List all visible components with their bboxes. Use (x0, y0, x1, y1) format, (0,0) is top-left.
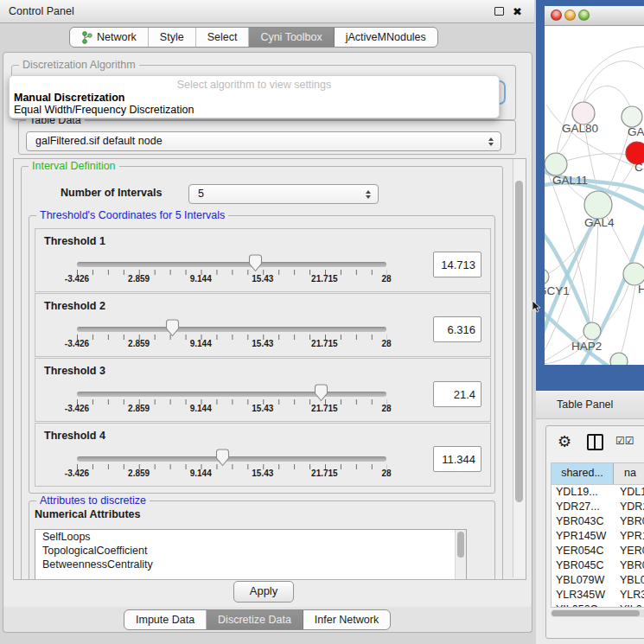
group-title: Discretization Algorithm (19, 59, 139, 71)
tab-cyni-toolbox[interactable]: Cyni Toolbox (249, 28, 334, 47)
node-gcy1-label: GCY1 (545, 284, 570, 297)
node-hap2-label: HAP2 (571, 340, 602, 353)
threshold-value-field[interactable]: 11.344 (433, 446, 481, 472)
stepper-arrows-icon (487, 132, 495, 150)
dropdown-option-manual[interactable]: Manual Discretization (14, 92, 125, 104)
slider-track[interactable] (77, 456, 386, 462)
tab-jactivemnodules[interactable]: jActiveMNodules (335, 28, 437, 47)
slider-thumb[interactable] (313, 384, 329, 402)
vertical-scrollbar[interactable] (513, 159, 526, 577)
slider-track[interactable] (77, 392, 386, 397)
slider-track[interactable] (77, 327, 386, 332)
group-title: Threshold's Coordinates for 5 Intervals (36, 209, 228, 221)
split-columns-icon[interactable] (587, 434, 603, 450)
table-row[interactable]: YBR043CYBR0 (552, 514, 644, 529)
network-window: GAL80GACGAL11GAL4GCY1HHAP2 (545, 6, 644, 365)
node-hap2[interactable] (583, 322, 601, 340)
network-icon (81, 31, 92, 44)
slider-thumb[interactable] (164, 319, 181, 337)
threshold-value-field[interactable]: 14.713 (433, 252, 481, 277)
tab-network[interactable]: Network (70, 28, 149, 47)
combobox-value: galFiltered.sif default node (35, 132, 163, 150)
table-row[interactable]: YPR145WYPR1 (552, 529, 644, 544)
network-canvas[interactable]: GAL80GACGAL11GAL4GCY1HHAP2 (545, 25, 644, 365)
close-icon[interactable]: ✖ (513, 6, 524, 17)
table-row[interactable]: YDR27...YDR2 (552, 500, 644, 514)
threshold-panel-2: Threshold 2-3.4262.8599.14415.4321.71528… (35, 293, 491, 357)
table-row[interactable]: YBL079WYBL0 (552, 573, 644, 588)
network-edge[interactable] (566, 154, 627, 161)
slider-ticks (77, 270, 387, 275)
tick-label: -3.426 (65, 274, 89, 284)
select-columns-checkboxes-icon[interactable]: ☑☑ (615, 435, 634, 447)
tick-label: 28 (381, 404, 391, 413)
attribute-list-item[interactable]: SelfLoops (35, 530, 466, 544)
list-scrollbar[interactable] (455, 530, 466, 580)
mouse-cursor (532, 300, 542, 314)
node-gal11[interactable] (545, 153, 567, 175)
node-gcy1[interactable] (545, 269, 549, 284)
slider-thumb[interactable] (214, 449, 231, 467)
top-tab-strip: NetworkStyleSelectCyni ToolboxjActiveMNo… (69, 27, 438, 48)
tick-label: 21.715 (311, 339, 338, 348)
tab-discretize-data[interactable]: Discretize Data (207, 610, 303, 629)
tick-label: 21.715 (311, 274, 338, 284)
slider-thumb[interactable] (247, 254, 264, 272)
node-ga[interactable] (622, 106, 642, 127)
minimize-traffic-light-icon[interactable] (564, 10, 576, 21)
tab-impute-data[interactable]: Impute Data (124, 610, 207, 629)
threshold-panel-3: Threshold 3-3.4262.8599.14415.4321.71528… (35, 358, 491, 422)
dropdown-option-equal-width[interactable]: Equal Width/Frequency Discretization (14, 104, 194, 116)
float-window-icon[interactable] (494, 6, 505, 17)
tab-label: Impute Data (136, 610, 194, 629)
cell-shared-name: YER054C (552, 544, 613, 558)
table-row[interactable]: YLR345WYLR3 (552, 588, 644, 603)
table-toolbar: ⚙ ☑☑ (546, 426, 644, 457)
thresholds-group: Threshold's Coordinates for 5 Intervals … (29, 215, 495, 494)
cell-shared-name: YPR145W (552, 529, 613, 544)
slider-track[interactable] (77, 262, 386, 267)
tick-label: 21.715 (311, 404, 338, 413)
tab-select[interactable]: Select (196, 28, 250, 47)
network-edge[interactable] (621, 285, 635, 354)
table-row[interactable]: YDL19...YDL1 (552, 485, 644, 500)
cell-shared-name: YLR345W (552, 588, 613, 603)
slider-ticks (77, 335, 387, 340)
attributes-listbox[interactable]: SelfLoopsTopologicalCoefficientBetweenne… (35, 529, 467, 580)
node-gal4[interactable] (584, 191, 612, 219)
attribute-list-item[interactable]: BetweennessCentrality (35, 558, 466, 571)
table-row[interactable]: YER054CYER0 (552, 544, 644, 558)
node-edge[interactable] (610, 353, 628, 365)
threshold-value-field[interactable]: 6.316 (433, 316, 481, 342)
tick-label: -3.426 (65, 404, 89, 413)
horizontal-scrollbar[interactable] (551, 609, 644, 617)
table-row[interactable]: YIL052CYIL0 (552, 603, 644, 608)
apply-button[interactable]: Apply (233, 581, 294, 603)
interval-definition-group: Interval Definition Number of Intervals … (21, 166, 503, 580)
table-row[interactable]: YBR045CYBR0 (552, 558, 644, 573)
table-panel-title: Table Panel (557, 392, 613, 418)
cell-name: YIL0 (613, 603, 644, 608)
num-intervals-combobox[interactable]: 5 (188, 184, 379, 204)
network-edge[interactable] (583, 61, 644, 103)
zoom-traffic-light-icon[interactable] (578, 10, 590, 21)
column-header-name[interactable]: na (614, 463, 644, 484)
tick-label: 9.144 (190, 469, 212, 478)
close-traffic-light-icon[interactable] (551, 10, 562, 21)
tab-label: Network (97, 28, 137, 47)
threshold-value-field[interactable]: 21.4 (433, 381, 481, 407)
tab-label: Select (207, 28, 238, 47)
table-data-combobox[interactable]: galFiltered.sif default node (26, 131, 501, 151)
bottom-tab-strip: Impute DataDiscretize DataInfer Network (124, 609, 391, 630)
attribute-list-item[interactable]: TopologicalCoefficient (35, 544, 466, 558)
tab-style[interactable]: Style (149, 28, 196, 47)
cell-name: YPR1 (613, 529, 644, 544)
tab-infer-network[interactable]: Infer Network (303, 610, 390, 629)
column-header-shared-name[interactable]: shared... (552, 463, 614, 484)
tab-label: Discretize Data (218, 610, 291, 629)
network-edge[interactable] (592, 219, 598, 322)
tick-label: 28 (381, 469, 391, 478)
tick-label: 2.859 (128, 339, 150, 348)
table-panel-header: Table Panel (536, 391, 644, 419)
gear-icon[interactable]: ⚙ (558, 432, 571, 451)
